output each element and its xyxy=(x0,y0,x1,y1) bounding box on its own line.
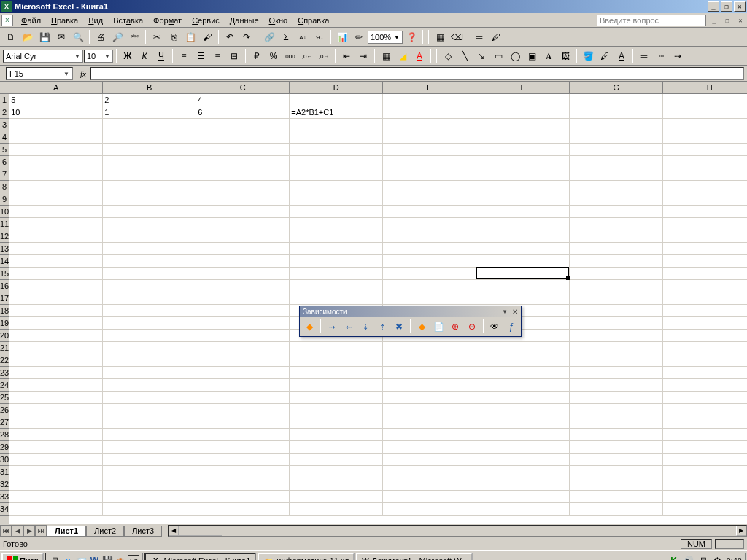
cell-C24[interactable] xyxy=(196,379,290,392)
cell-H2[interactable] xyxy=(663,106,747,119)
cell-B11[interactable] xyxy=(103,218,196,230)
cell-A16[interactable] xyxy=(9,280,103,292)
fill-color2-button[interactable]: 🪣 xyxy=(580,48,596,64)
select-all-corner[interactable] xyxy=(0,82,9,94)
cell-F33[interactable] xyxy=(476,491,570,503)
cell-B27[interactable] xyxy=(103,416,196,429)
row-header-1[interactable]: 1 xyxy=(0,94,9,106)
row-header-23[interactable]: 23 xyxy=(0,367,9,379)
cell-D26[interactable] xyxy=(290,404,383,416)
cell-C21[interactable] xyxy=(196,342,290,354)
spellcheck-button[interactable]: ᵃᵇᶜ xyxy=(126,29,142,45)
cell-E13[interactable] xyxy=(383,243,476,255)
cell-B30[interactable] xyxy=(103,454,196,466)
row-header-25[interactable]: 25 xyxy=(0,392,9,404)
scroll-left-button[interactable]: ◀ xyxy=(169,526,179,536)
cell-D5[interactable] xyxy=(290,144,383,156)
cell-E29[interactable] xyxy=(383,441,476,454)
cell-C20[interactable] xyxy=(196,330,290,342)
cell-F7[interactable] xyxy=(476,168,570,181)
ql-save-icon[interactable]: 💾 xyxy=(101,555,113,560)
doc-minimize-button[interactable]: _ xyxy=(709,16,719,25)
cell-A29[interactable] xyxy=(9,441,103,454)
workbook-icon[interactable]: X xyxy=(1,15,13,26)
restore-button[interactable]: ❐ xyxy=(721,1,732,12)
cell-A26[interactable] xyxy=(9,404,103,416)
circle-invalid-button[interactable]: ⊕ xyxy=(447,319,463,335)
font-color2-button[interactable]: А xyxy=(614,48,630,64)
clipart-button[interactable]: 🖼 xyxy=(557,48,573,64)
cell-H13[interactable] xyxy=(663,243,747,255)
cell-H19[interactable] xyxy=(663,317,747,330)
name-box[interactable]: F15▼ xyxy=(6,67,73,80)
horizontal-scrollbar[interactable]: ◀ ▶ xyxy=(168,525,747,537)
font-color-button[interactable]: А xyxy=(411,48,427,64)
cell-A8[interactable] xyxy=(9,181,103,193)
cell-H11[interactable] xyxy=(663,218,747,230)
cell-E10[interactable] xyxy=(383,206,476,218)
cell-D17[interactable] xyxy=(290,292,383,305)
cell-D12[interactable] xyxy=(290,230,383,243)
cell-E21[interactable] xyxy=(383,342,476,354)
row-header-29[interactable]: 29 xyxy=(0,441,9,454)
wordart-button[interactable]: 𝐀 xyxy=(541,48,557,64)
cell-E22[interactable] xyxy=(383,354,476,367)
cell-E14[interactable] xyxy=(383,255,476,268)
cell-C30[interactable] xyxy=(196,454,290,466)
borders-draw-button[interactable]: ▦ xyxy=(432,29,448,45)
line-style-button[interactable]: ═ xyxy=(471,29,487,45)
cell-F3[interactable] xyxy=(476,119,570,131)
cell-H24[interactable] xyxy=(663,379,747,392)
cell-G29[interactable] xyxy=(570,441,663,454)
cell-B21[interactable] xyxy=(103,342,196,354)
cell-D8[interactable] xyxy=(290,181,383,193)
cell-D31[interactable] xyxy=(290,466,383,478)
cell-D27[interactable] xyxy=(290,416,383,429)
row-header-26[interactable]: 26 xyxy=(0,404,9,416)
ql-word-icon[interactable]: W xyxy=(88,555,100,560)
cell-D7[interactable] xyxy=(290,168,383,181)
arrow-style-button[interactable]: ⇢ xyxy=(670,48,686,64)
cell-D21[interactable] xyxy=(290,342,383,354)
tray-volume-icon[interactable]: 🔊 xyxy=(683,555,694,560)
align-right-button[interactable]: ≡ xyxy=(209,48,225,64)
cell-H7[interactable] xyxy=(663,168,747,181)
cell-A24[interactable] xyxy=(9,379,103,392)
row-header-6[interactable]: 6 xyxy=(0,156,9,168)
cell-H5[interactable] xyxy=(663,144,747,156)
rect-button[interactable]: ▭ xyxy=(490,48,506,64)
menu-edit[interactable]: Правка xyxy=(46,15,83,26)
question-box[interactable]: Введите вопрос xyxy=(597,15,706,26)
cell-C34[interactable] xyxy=(196,503,290,516)
cell-B5[interactable] xyxy=(103,144,196,156)
cell-B33[interactable] xyxy=(103,491,196,503)
drawing-button[interactable]: ✏ xyxy=(351,29,367,45)
cell-E3[interactable] xyxy=(383,119,476,131)
hyperlink-button[interactable]: 🔗 xyxy=(261,29,277,45)
tray-kaspersky-icon[interactable]: K xyxy=(668,555,680,560)
doc-close-button[interactable]: ✕ xyxy=(735,16,746,25)
cell-H9[interactable] xyxy=(663,193,747,206)
start-button[interactable]: Пуск xyxy=(1,553,44,560)
cell-F6[interactable] xyxy=(476,156,570,168)
ql-lang-icon[interactable]: En xyxy=(128,555,139,560)
dependencies-toolbar-close[interactable]: ✕ xyxy=(512,308,518,316)
fx-label[interactable]: fx xyxy=(80,69,86,78)
cell-B25[interactable] xyxy=(103,392,196,404)
cell-E16[interactable] xyxy=(383,280,476,292)
cell-A9[interactable] xyxy=(9,193,103,206)
row-header-28[interactable]: 28 xyxy=(0,429,9,441)
cell-A33[interactable] xyxy=(9,491,103,503)
cell-D11[interactable] xyxy=(290,218,383,230)
erase-border-button[interactable]: ⌫ xyxy=(449,29,465,45)
cell-B28[interactable] xyxy=(103,429,196,441)
row-header-17[interactable]: 17 xyxy=(0,292,9,305)
cell-G18[interactable] xyxy=(570,305,663,317)
cell-D9[interactable] xyxy=(290,193,383,206)
cell-B16[interactable] xyxy=(103,280,196,292)
cell-E4[interactable] xyxy=(383,131,476,144)
cell-E2[interactable] xyxy=(383,106,476,119)
line-button[interactable]: ╲ xyxy=(457,48,473,64)
cell-H8[interactable] xyxy=(663,181,747,193)
clear-circles-button[interactable]: ⊖ xyxy=(464,319,480,335)
